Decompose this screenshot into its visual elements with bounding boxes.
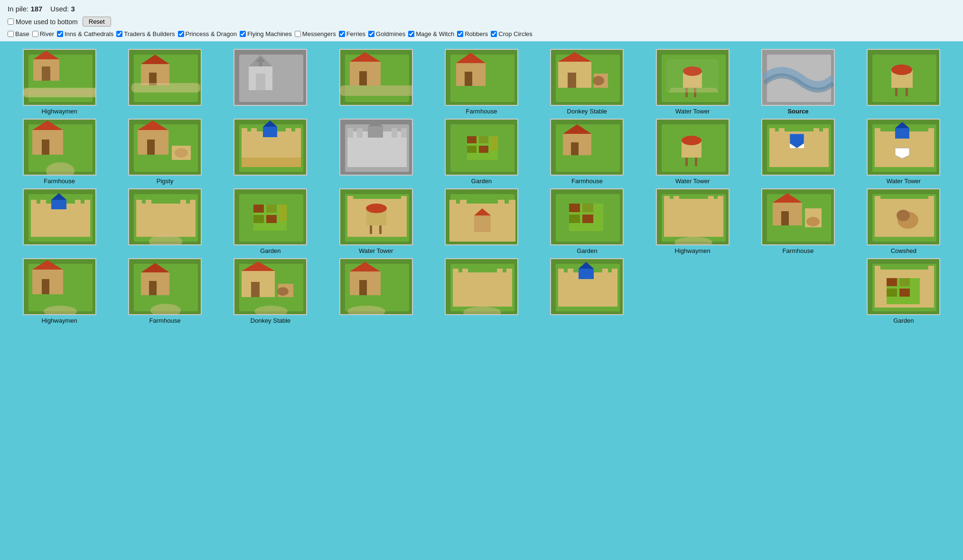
filter-base[interactable]: Base <box>8 30 29 37</box>
tile-image-1 <box>128 49 202 106</box>
tile-label-17: Water Tower <box>887 177 921 185</box>
tile-cell-32[interactable] <box>537 258 637 324</box>
filter-goldmines[interactable]: Goldmines <box>368 30 405 37</box>
filter-princess[interactable]: Princess & Dragon <box>178 30 237 37</box>
filter-checkbox-ferries[interactable] <box>339 31 345 37</box>
tile-cell-0[interactable]: Highwaymen <box>9 49 109 115</box>
svg-rect-123 <box>31 200 37 208</box>
tile-cell-18[interactable] <box>9 188 109 254</box>
svg-rect-89 <box>467 136 477 143</box>
svg-rect-73 <box>295 128 301 138</box>
filter-river[interactable]: River <box>32 30 54 37</box>
svg-rect-90 <box>479 136 488 143</box>
controls-row: Move used to bottom Reset <box>8 17 955 27</box>
tile-cell-11[interactable] <box>221 119 320 185</box>
svg-rect-74 <box>263 127 277 137</box>
tile-cell-29[interactable]: Donkey Stable <box>221 258 320 324</box>
tile-cell-1[interactable] <box>115 49 215 115</box>
tile-cell-26[interactable]: Cowshed <box>854 188 954 254</box>
tile-cell-35[interactable]: Garden <box>854 258 954 324</box>
tile-cell-28[interactable]: Farmhouse <box>115 258 215 324</box>
svg-rect-53 <box>906 88 908 96</box>
tile-cell-13[interactable]: Garden <box>431 119 531 185</box>
svg-point-151 <box>366 204 387 213</box>
tile-label-10: Pigsty <box>157 177 173 185</box>
filter-inns[interactable]: Inns & Cathedrals <box>57 30 113 37</box>
svg-rect-144 <box>279 205 287 221</box>
tile-image-12 <box>339 119 413 176</box>
svg-rect-149 <box>401 196 407 205</box>
filter-flying[interactable]: Flying Machines <box>240 30 292 37</box>
filter-ferries[interactable]: Ferries <box>339 30 365 37</box>
svg-marker-45 <box>669 88 719 93</box>
tile-cell-10[interactable]: Pigsty <box>115 119 215 185</box>
tile-cell-12[interactable] <box>326 119 426 185</box>
filter-checkbox-base[interactable] <box>8 31 14 37</box>
tile-label-25: Farmhouse <box>783 247 814 254</box>
tile-cell-2[interactable] <box>221 49 320 115</box>
svg-rect-81 <box>357 128 363 138</box>
tile-cell-5[interactable]: Donkey Stable <box>537 49 637 115</box>
tile-cell-31[interactable] <box>431 258 531 324</box>
tile-image-28 <box>128 258 202 315</box>
tile-cell-15[interactable]: Water Tower <box>643 119 742 185</box>
reset-button[interactable]: Reset <box>83 17 111 27</box>
filter-checkbox-inns[interactable] <box>57 31 63 37</box>
tile-label-27: Highwaymen <box>42 317 77 324</box>
filter-traders[interactable]: Traders & Builders <box>116 30 175 37</box>
tile-cell-8[interactable] <box>854 49 954 115</box>
svg-rect-108 <box>769 128 775 138</box>
tile-image-27 <box>23 258 96 315</box>
tile-cell-25[interactable]: Farmhouse <box>748 188 848 254</box>
filter-mage[interactable]: Mage & Witch <box>408 30 454 37</box>
filter-label-messengers: Messengers <box>302 30 336 37</box>
filter-checkbox-messengers[interactable] <box>295 31 301 37</box>
tile-image-9 <box>23 119 96 176</box>
filter-checkbox-princess[interactable] <box>178 31 184 37</box>
filter-crop[interactable]: Crop Circles <box>491 30 533 37</box>
tile-cell-9[interactable]: Farmhouse <box>9 119 109 185</box>
filter-checkbox-mage[interactable] <box>408 31 414 37</box>
filter-checkbox-crop[interactable] <box>491 31 497 37</box>
tile-image-35 <box>867 258 940 315</box>
tile-cell-14[interactable]: Farmhouse <box>537 119 637 185</box>
filter-messengers[interactable]: Messengers <box>295 30 336 37</box>
tile-cell-4[interactable]: Farmhouse <box>431 49 531 115</box>
tile-image-16 <box>761 119 835 176</box>
tile-cell-27[interactable]: Highwaymen <box>9 258 109 324</box>
svg-rect-127 <box>51 200 66 209</box>
svg-rect-239 <box>928 266 934 274</box>
svg-rect-189 <box>928 196 934 205</box>
tile-cell-23[interactable]: Garden <box>537 188 637 254</box>
svg-rect-174 <box>673 196 679 205</box>
tile-cell-16[interactable] <box>748 119 848 185</box>
svg-rect-91 <box>467 146 477 153</box>
filter-label-flying: Flying Machines <box>247 30 292 37</box>
svg-rect-229 <box>558 269 564 277</box>
filter-checkbox-robbers[interactable] <box>457 31 463 37</box>
tile-cell-24[interactable]: Highwaymen <box>643 188 742 254</box>
filter-checkbox-goldmines[interactable] <box>368 31 374 37</box>
tile-cell-22[interactable] <box>431 188 531 254</box>
top-bar: In pile: 187 Used: 3 Move used to bottom… <box>0 0 963 41</box>
tile-cell-7[interactable]: Source <box>748 49 848 115</box>
tile-cell-20[interactable]: Garden <box>221 188 320 254</box>
tile-cell-17[interactable]: Water Tower <box>854 119 954 185</box>
tile-cell-3[interactable] <box>326 49 426 115</box>
svg-point-184 <box>806 217 820 226</box>
tile-cell-30[interactable] <box>326 258 426 324</box>
svg-rect-64 <box>147 140 155 155</box>
svg-rect-72 <box>286 128 291 138</box>
tile-cell-6[interactable]: Water Tower <box>643 49 742 115</box>
filter-checkbox-traders[interactable] <box>116 31 122 37</box>
tile-cell-21[interactable]: Water Tower <box>326 188 426 254</box>
tile-cell-19[interactable] <box>115 188 215 254</box>
tile-label-7: Source <box>787 108 808 115</box>
move-used-checkbox[interactable] <box>8 19 14 25</box>
move-used-label[interactable]: Move used to bottom <box>8 18 78 26</box>
filter-checkbox-flying[interactable] <box>240 31 246 37</box>
filter-robbers[interactable]: Robbers <box>457 30 488 37</box>
tile-image-23 <box>550 188 624 245</box>
filter-checkbox-river[interactable] <box>32 31 38 37</box>
svg-rect-71 <box>251 128 257 138</box>
